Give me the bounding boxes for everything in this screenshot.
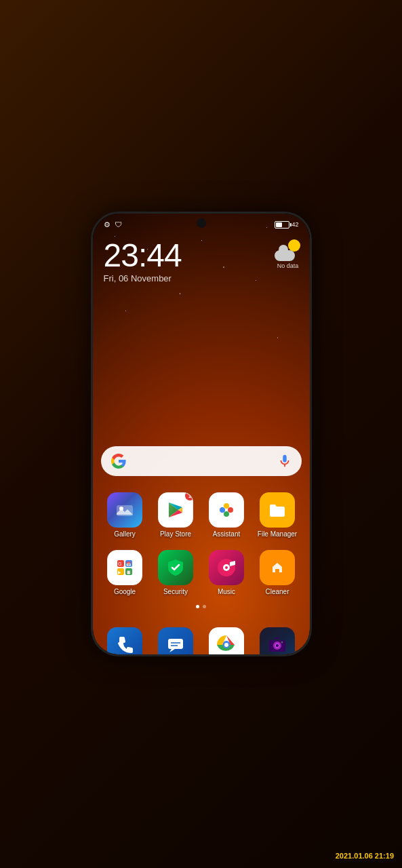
google-icon: G 📅 ▶ 📋 <box>107 550 142 585</box>
svg-rect-19 <box>275 569 279 572</box>
app-music[interactable]: Music <box>201 550 252 595</box>
assistant-label: Assistant <box>213 530 241 538</box>
playstore-svg <box>165 499 186 521</box>
google-label: Google <box>114 588 136 595</box>
svg-point-5 <box>224 503 229 509</box>
dock-chrome[interactable] <box>201 627 252 654</box>
gallery-icon <box>107 492 142 528</box>
mic-icon[interactable] <box>277 454 292 469</box>
dock-phone[interactable] <box>100 627 150 654</box>
svg-point-30 <box>281 642 283 644</box>
assistant-icon <box>209 492 244 528</box>
app-grid-row1: Gallery 1 <box>93 483 310 538</box>
front-camera <box>197 218 206 228</box>
phone-screen: ⚙ 🛡 42 23:44 Fri, 06 November <box>93 214 310 654</box>
page-dot-2[interactable] <box>203 605 206 608</box>
music-label: Music <box>218 588 235 595</box>
weather-widget[interactable]: No data <box>275 239 302 269</box>
app-filemanager[interactable]: File Manager <box>252 492 303 538</box>
weather-no-data: No data <box>277 262 299 269</box>
status-left-icons: ⚙ 🛡 <box>104 220 122 229</box>
chrome-icon <box>209 627 244 654</box>
app-gallery[interactable]: Gallery <box>100 492 150 538</box>
dock-camera[interactable] <box>252 627 303 654</box>
photo-timestamp: 2021.01.06 21:19 <box>336 852 394 860</box>
security-icon <box>158 550 193 585</box>
svg-point-4 <box>228 507 233 513</box>
battery-icon: 42 <box>275 221 298 229</box>
cloud-icon <box>275 250 295 261</box>
google-folder-svg: G 📅 ▶ 📋 <box>114 557 136 578</box>
cleaner-label: Cleaner <box>265 588 289 595</box>
svg-point-26 <box>224 643 228 647</box>
cleaner-icon <box>260 550 295 585</box>
svg-point-17 <box>225 566 228 569</box>
svg-text:▶: ▶ <box>118 570 121 574</box>
svg-point-3 <box>220 507 225 513</box>
settings-status-icon: ⚙ <box>104 220 110 229</box>
music-svg <box>216 557 237 578</box>
svg-text:G: G <box>118 561 121 566</box>
battery-fill <box>276 222 281 227</box>
phone-icon <box>107 627 142 654</box>
dock <box>93 620 310 654</box>
svg-text:📅: 📅 <box>126 561 132 567</box>
date: Fri, 06 November <box>104 273 299 283</box>
music-icon <box>209 550 244 585</box>
shield-status-icon: 🛡 <box>115 220 122 229</box>
clock: 23:44 <box>104 239 299 272</box>
page-indicator <box>93 605 310 608</box>
camera-icon <box>260 627 295 654</box>
app-security[interactable]: Security <box>150 550 201 595</box>
battery-percent: 42 <box>292 221 298 228</box>
app-cleaner[interactable]: Cleaner <box>252 550 303 595</box>
page-dot-1[interactable] <box>196 605 199 608</box>
filemanager-icon <box>260 492 295 528</box>
chrome-svg <box>216 634 237 654</box>
playstore-icon: 1 <box>158 492 193 528</box>
app-assistant[interactable]: Assistant <box>201 492 252 538</box>
filemanager-label: File Manager <box>258 530 297 538</box>
camera-svg <box>268 635 287 654</box>
messages-icon <box>158 627 193 654</box>
google-search-bar[interactable] <box>101 446 302 476</box>
battery-rect <box>275 221 289 229</box>
dock-messages[interactable] <box>150 627 201 654</box>
gallery-svg <box>115 500 135 520</box>
playstore-badge: 1 <box>185 492 193 500</box>
playstore-label: Play Store <box>160 530 191 538</box>
cleaner-svg <box>267 557 287 578</box>
app-playstore[interactable]: 1 <box>150 492 201 538</box>
svg-text:📋: 📋 <box>126 570 132 575</box>
gallery-label: Gallery <box>114 530 136 538</box>
security-label: Security <box>163 588 188 595</box>
filemanager-svg <box>266 499 288 521</box>
phone-svg <box>115 635 134 654</box>
app-grid-row2: G 📅 ▶ 📋 Google Security <box>93 540 310 595</box>
security-svg <box>165 557 186 578</box>
messages-svg <box>166 635 185 654</box>
status-right-icons: 42 <box>275 221 298 229</box>
svg-point-6 <box>224 511 229 517</box>
weather-icon <box>275 239 302 261</box>
phone-frame: ⚙ 🛡 42 23:44 Fri, 06 November <box>93 214 310 654</box>
svg-rect-20 <box>168 639 183 649</box>
app-google[interactable]: G 📅 ▶ 📋 Google <box>100 550 150 595</box>
assistant-svg <box>216 499 237 521</box>
google-logo <box>110 453 127 469</box>
